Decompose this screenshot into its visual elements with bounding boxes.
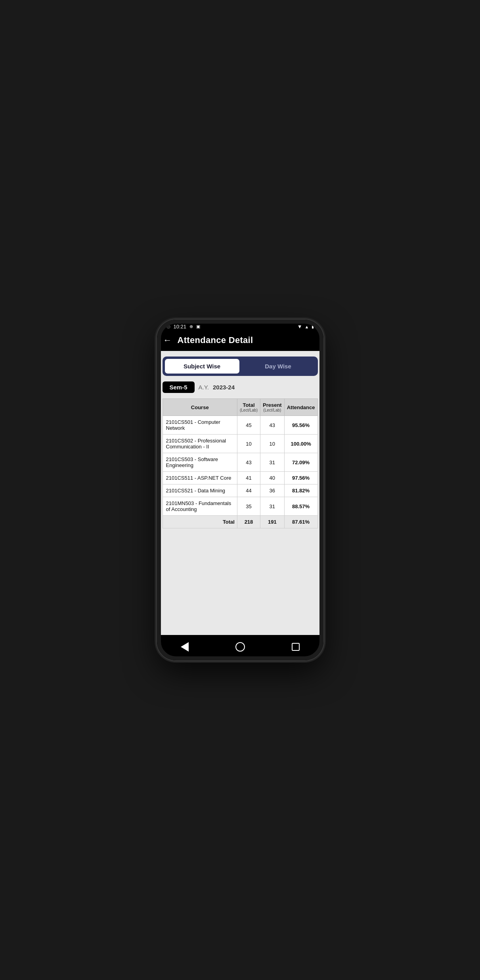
cell-total-total: 218 [237,516,260,528]
back-nav-button[interactable] [178,640,192,654]
table-row: 2101CS511 - ASP.NET Core 41 40 97.56% [163,472,317,484]
tab-container: Subject Wise Day Wise [163,357,318,376]
semester-row: Sem-5 A.Y. 2023-24 [163,381,318,393]
ay-value: 2023-24 [213,384,235,391]
cell-course: 2101CS502 - Professional Communication -… [163,435,237,453]
cell-total-present: 191 [260,516,285,528]
cell-total: 35 [237,497,260,516]
table-row: 2101CS503 - Software Engineering 43 31 7… [163,453,317,472]
col-header-present: Present (Lect/Lab) [260,399,285,416]
cell-course: 2101CS521 - Data Mining [163,484,237,497]
col-header-course: Course [163,399,237,416]
sim-icon: ▣ [196,324,200,329]
table-row: 2101CS521 - Data Mining 44 36 81.82% [163,484,317,497]
cell-present: 10 [260,435,285,453]
camera-dot [166,325,170,329]
col-header-total: Total (Lect/Lab) [237,399,260,416]
bottom-nav [157,635,323,660]
ay-prefix: A.Y. [199,384,209,391]
phone-frame: 10:21 ⊕ ▣ ▼ ▲ ▮ ← Attendance Detail Subj… [157,320,323,660]
cell-attendance: 95.56% [284,416,317,435]
page-title: Attendance Detail [178,335,253,345]
cell-total: 10 [237,435,260,453]
cell-total: 41 [237,472,260,484]
cell-total-attendance: 87.61% [284,516,317,528]
cell-present: 40 [260,472,285,484]
top-bar: ← Attendance Detail [157,332,323,351]
status-left: 10:21 ⊕ ▣ [166,324,201,330]
table-total-row: Total 218 191 87.61% [163,516,317,528]
semester-badge: Sem-5 [163,381,195,393]
cell-present: 43 [260,416,285,435]
wifi-icon: ▼ [297,324,302,330]
cell-attendance: 100.00% [284,435,317,453]
cell-total: 43 [237,453,260,472]
cell-attendance: 81.82% [284,484,317,497]
battery-icon: ▮ [312,324,314,329]
content-area: Subject Wise Day Wise Sem-5 A.Y. 2023-24… [157,351,323,635]
back-button[interactable]: ← [163,335,172,345]
signal-icon: ▲ [305,324,309,329]
cell-course: 2101CS501 - Computer Network [163,416,237,435]
home-nav-button[interactable] [233,640,247,654]
status-bar: 10:21 ⊕ ▣ ▼ ▲ ▮ [157,320,323,332]
table-row: 2101CS502 - Professional Communication -… [163,435,317,453]
cell-attendance: 72.09% [284,453,317,472]
status-right: ▼ ▲ ▮ [297,324,314,330]
cell-attendance: 97.56% [284,472,317,484]
tab-subject-wise[interactable]: Subject Wise [165,359,239,374]
cell-present: 31 [260,453,285,472]
recent-nav-button[interactable] [289,640,303,654]
cell-total: 44 [237,484,260,497]
cell-course: 2101CS503 - Software Engineering [163,453,237,472]
cell-course: 2101MN503 - Fundamentals of Accounting [163,497,237,516]
cell-total-label: Total [163,516,237,528]
notification-icon: ⊕ [189,324,193,329]
table-row: 2101MN503 - Fundamentals of Accounting 3… [163,497,317,516]
cell-present: 36 [260,484,285,497]
time-display: 10:21 [174,324,187,330]
cell-total: 45 [237,416,260,435]
cell-attendance: 88.57% [284,497,317,516]
attendance-table: Course Total (Lect/Lab) Present (Lect/La… [163,398,318,528]
tab-day-wise[interactable]: Day Wise [241,359,316,374]
table-row: 2101CS501 - Computer Network 45 43 95.56… [163,416,317,435]
cell-course: 2101CS511 - ASP.NET Core [163,472,237,484]
col-header-attendance: Attendance [284,399,317,416]
cell-present: 31 [260,497,285,516]
